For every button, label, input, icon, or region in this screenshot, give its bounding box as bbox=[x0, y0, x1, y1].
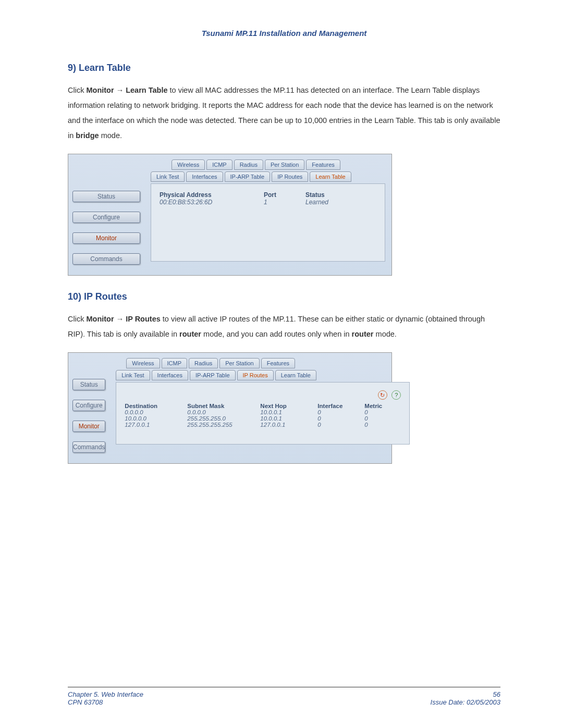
footer-issue-date: Issue Date: 02/05/2003 bbox=[431, 698, 500, 706]
footer-doc-number: CPN 63708 bbox=[68, 698, 143, 706]
bold-bridge: bridge bbox=[76, 131, 99, 140]
tab-icmp[interactable]: ICMP bbox=[206, 159, 232, 170]
col-interface: Interface bbox=[317, 403, 364, 409]
learn-table-panel: Physical Address Port Status 00:E0:B8:53… bbox=[151, 183, 385, 262]
col-physical-address: Physical Address bbox=[160, 191, 264, 199]
tab-per-station[interactable]: Per Station bbox=[265, 159, 304, 170]
tab-per-station[interactable]: Per Station bbox=[219, 358, 259, 368]
col-metric: Metric bbox=[364, 403, 401, 409]
section10-heading: 10) IP Routes bbox=[68, 291, 500, 302]
bold-monitor: Monitor bbox=[86, 315, 114, 323]
screenshot-ip-routes: Status Configure Monitor Commands Wirele… bbox=[68, 352, 392, 464]
left-nav: Status Configure Monitor Commands bbox=[68, 154, 144, 275]
left-nav: Status Configure Monitor Commands bbox=[68, 353, 109, 463]
bold-ip-routes: IP Routes bbox=[126, 315, 161, 323]
cell: 10.0.0.0 bbox=[125, 415, 187, 422]
cell: 255.255.255.0 bbox=[187, 415, 260, 422]
reload-icon[interactable]: ↻ bbox=[378, 390, 387, 400]
arrow-icon: → bbox=[116, 86, 126, 94]
table-row: 10.0.0.0 255.255.255.0 10.0.0.1 0 0 bbox=[125, 415, 401, 422]
col-subnet-mask: Subnet Mask bbox=[187, 403, 260, 409]
doc-title: Tsunami MP.11 Installation and Managemen… bbox=[68, 29, 500, 38]
tab-interfaces[interactable]: Interfaces bbox=[152, 370, 188, 380]
bold-router2: router bbox=[352, 330, 374, 338]
tab-radius[interactable]: Radius bbox=[234, 159, 263, 170]
tab-row-bottom: Link Test Interfaces IP-ARP Table IP Rou… bbox=[151, 171, 385, 182]
cell: 0 bbox=[317, 422, 364, 428]
tab-wireless[interactable]: Wireless bbox=[172, 159, 205, 170]
col-next-hop: Next Hop bbox=[260, 403, 317, 409]
table-row: 127.0.0.1 255.255.255.255 127.0.0.1 0 0 bbox=[125, 422, 401, 428]
page-footer: Chapter 5. Web Interface CPN 63708 56 Is… bbox=[68, 687, 500, 706]
text: mode. bbox=[376, 330, 397, 338]
footer-chapter: Chapter 5. Web Interface bbox=[68, 690, 143, 698]
text: mode. bbox=[101, 131, 122, 140]
text: Click bbox=[68, 315, 86, 323]
nav-commands[interactable]: Commands bbox=[72, 441, 105, 453]
tab-wireless[interactable]: Wireless bbox=[126, 358, 160, 368]
nav-monitor[interactable]: Monitor bbox=[72, 421, 105, 432]
cell: 0 bbox=[364, 409, 401, 415]
tab-features[interactable]: Features bbox=[261, 358, 295, 368]
tab-learn-table[interactable]: Learn Table bbox=[310, 171, 351, 182]
bold-router: router bbox=[179, 330, 201, 338]
help-icon[interactable]: ? bbox=[391, 390, 401, 400]
bold-learn-table: Learn Table bbox=[126, 86, 167, 94]
tab-ip-arp-table[interactable]: IP-ARP Table bbox=[225, 171, 271, 182]
cell: 0 bbox=[317, 409, 364, 415]
cell: 10.0.0.1 bbox=[260, 415, 317, 422]
cell: 0 bbox=[364, 422, 401, 428]
text: Click bbox=[68, 86, 86, 94]
cell: 255.255.255.255 bbox=[187, 422, 260, 428]
section10-paragraph: Click Monitor → IP Routes to view all ac… bbox=[68, 312, 500, 342]
screenshot-learn-table: Status Configure Monitor Commands Wirele… bbox=[68, 154, 392, 276]
tab-features[interactable]: Features bbox=[306, 159, 340, 170]
tab-row-bottom: Link Test Interfaces IP-ARP Table IP Rou… bbox=[116, 370, 410, 380]
cell: 0.0.0.0 bbox=[125, 409, 187, 415]
section9-heading: 9) Learn Table bbox=[68, 63, 500, 73]
table-row: 0.0.0.0 0.0.0.0 10.0.0.1 0 0 bbox=[125, 409, 401, 415]
footer-page-number: 56 bbox=[431, 690, 500, 698]
ip-routes-panel: ↻ ? Destination Subnet Mask Next Hop Int… bbox=[116, 382, 410, 445]
tab-icmp[interactable]: ICMP bbox=[162, 358, 188, 368]
tab-interfaces[interactable]: Interfaces bbox=[186, 171, 223, 182]
section9-paragraph: Click Monitor → Learn Table to view all … bbox=[68, 83, 500, 143]
cell-mac: 00:E0:B8:53:26:6D bbox=[160, 199, 264, 206]
cell: 0 bbox=[364, 415, 401, 422]
tab-ip-routes[interactable]: IP Routes bbox=[272, 171, 308, 182]
cell: 10.0.0.1 bbox=[260, 409, 317, 415]
nav-commands[interactable]: Commands bbox=[72, 253, 140, 265]
tab-link-test[interactable]: Link Test bbox=[116, 370, 150, 380]
cell-port: 1 bbox=[264, 199, 305, 206]
nav-configure[interactable]: Configure bbox=[72, 400, 105, 411]
nav-monitor[interactable]: Monitor bbox=[72, 232, 140, 244]
tab-link-test[interactable]: Link Test bbox=[151, 171, 185, 182]
col-status: Status bbox=[305, 191, 368, 199]
tab-row-top: Wireless ICMP Radius Per Station Feature… bbox=[151, 159, 385, 170]
nav-configure[interactable]: Configure bbox=[72, 212, 140, 223]
col-destination: Destination bbox=[125, 403, 187, 409]
arrow-icon: → bbox=[116, 315, 126, 323]
nav-status[interactable]: Status bbox=[72, 191, 140, 202]
bold-monitor: Monitor bbox=[86, 86, 114, 94]
tab-learn-table[interactable]: Learn Table bbox=[275, 370, 316, 380]
cell-status: Learned bbox=[305, 199, 368, 206]
cell: 0.0.0.0 bbox=[187, 409, 260, 415]
tab-ip-arp-table[interactable]: IP-ARP Table bbox=[190, 370, 236, 380]
nav-status[interactable]: Status bbox=[72, 379, 105, 390]
cell: 127.0.0.1 bbox=[125, 422, 187, 428]
tab-row-top: Wireless ICMP Radius Per Station Feature… bbox=[116, 358, 410, 368]
tab-radius[interactable]: Radius bbox=[189, 358, 218, 368]
cell: 0 bbox=[317, 415, 364, 422]
table-row: 00:E0:B8:53:26:6D 1 Learned bbox=[160, 199, 376, 206]
text: mode, and you can add routes only when i… bbox=[203, 330, 352, 338]
col-port: Port bbox=[264, 191, 305, 199]
cell: 127.0.0.1 bbox=[260, 422, 317, 428]
tab-ip-routes[interactable]: IP Routes bbox=[237, 370, 274, 380]
